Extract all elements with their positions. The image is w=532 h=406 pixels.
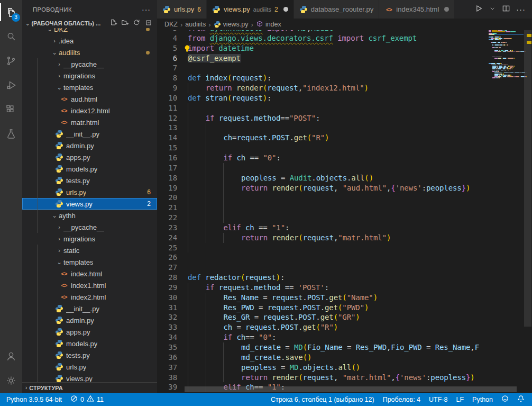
tree-item-index.html[interactable]: <>index.html bbox=[22, 268, 157, 279]
new-file-icon bbox=[109, 19, 118, 27]
cursor-position-status[interactable]: Строка 6, столбец 1 (выбрано 12) bbox=[267, 393, 379, 406]
activity-bar-item-search[interactable] bbox=[0, 24, 22, 49]
outline-section-header[interactable]: › СТРУКТУРА bbox=[22, 382, 157, 393]
collapse-all-button[interactable] bbox=[144, 19, 153, 28]
code-token: 'news' bbox=[400, 373, 426, 382]
activity-bar-item-extensions[interactable] bbox=[0, 97, 22, 122]
vertical-scrollbar-slider[interactable] bbox=[524, 30, 531, 327]
minimap-space bbox=[489, 77, 492, 78]
new-file-button[interactable] bbox=[109, 19, 118, 28]
activity-bar-item-settings[interactable] bbox=[0, 368, 22, 393]
minimap-token bbox=[502, 42, 506, 43]
indent-guide bbox=[188, 213, 206, 223]
tab-urls.py[interactable]: urls.py6 bbox=[157, 0, 207, 19]
code-token: . bbox=[316, 313, 320, 321]
editor-more-actions-button[interactable]: ··· bbox=[516, 5, 526, 14]
tree-item-matr.html[interactable]: <>matr.html bbox=[22, 116, 157, 128]
language-mode-status[interactable]: Python bbox=[468, 393, 497, 406]
tree-item-static[interactable]: ›static bbox=[22, 245, 157, 256]
tree-item-apps.py[interactable]: apps.py bbox=[22, 326, 157, 338]
tree-item-models.py[interactable]: models.py bbox=[22, 338, 157, 349]
code-token: ) bbox=[263, 74, 267, 82]
run-dropdown-chevron-icon[interactable] bbox=[489, 5, 496, 14]
code-token: "POST" bbox=[289, 114, 316, 122]
run-python-file-button[interactable] bbox=[474, 4, 483, 15]
split-editor-button[interactable] bbox=[501, 4, 511, 15]
python-icon bbox=[55, 153, 63, 161]
minimap-token bbox=[499, 50, 500, 51]
code-token: : bbox=[276, 154, 280, 162]
lightbulb-icon[interactable] bbox=[184, 44, 191, 52]
tree-item-__init__.py[interactable]: __init__.py bbox=[22, 128, 157, 140]
tree-item-models.py[interactable]: models.py bbox=[22, 163, 157, 175]
activity-bar-item-explorer[interactable]: 3 bbox=[0, 0, 22, 24]
tree-item-migrations[interactable]: ›migrations bbox=[22, 233, 157, 245]
tree-item-aythh[interactable]: ⌄aythh bbox=[22, 210, 157, 221]
tree-item-aud.html[interactable]: <>aud.html bbox=[22, 93, 157, 105]
code-token: get bbox=[329, 293, 342, 302]
python-interpreter-status-item[interactable]: Python 3.9.5 64-bit bbox=[2, 393, 66, 406]
minimap-token bbox=[510, 67, 512, 68]
new-folder-button[interactable] bbox=[121, 19, 130, 28]
notifications-bell-button[interactable] bbox=[513, 393, 529, 406]
dirty-indicator-dot[interactable] bbox=[444, 7, 449, 12]
minimap-token bbox=[500, 44, 502, 46]
breadcrumb-item-views.py[interactable]: views.py bbox=[214, 21, 249, 28]
code-token: ) bbox=[387, 233, 391, 242]
line-number: 34 bbox=[157, 332, 177, 342]
line-number: 12 bbox=[157, 113, 177, 123]
tree-item-views.py[interactable]: views.py2 bbox=[22, 198, 157, 210]
tree-item-urls.py[interactable]: urls.py bbox=[22, 361, 157, 373]
tree-item-apps.py[interactable]: apps.py bbox=[22, 151, 157, 163]
status-text: Python bbox=[472, 396, 493, 403]
tree-item-index12.html[interactable]: <>index12.html bbox=[22, 105, 157, 116]
refresh-button[interactable] bbox=[133, 19, 141, 28]
minimap-space bbox=[489, 41, 491, 42]
dirty-indicator-dot[interactable] bbox=[283, 7, 288, 12]
code-editor[interactable]: 3from aythh.models import MD,Audit4from … bbox=[157, 30, 532, 393]
tree-item-admin.py[interactable]: admin.py bbox=[22, 140, 157, 151]
tree-item-tests.py[interactable]: tests.py bbox=[22, 349, 157, 361]
tree-item-index2.html[interactable]: <>index2.html bbox=[22, 291, 157, 303]
minimap-space bbox=[489, 49, 494, 50]
code-line-33: 33ch = request.POST.get("R") bbox=[157, 322, 489, 332]
tree-item-admin.py[interactable]: admin.py bbox=[22, 314, 157, 326]
breadcrumb-item-DKZ[interactable]: DKZ bbox=[164, 21, 178, 28]
activity-bar-item-account[interactable] bbox=[0, 344, 22, 368]
explorer-more-actions-icon[interactable]: ··· bbox=[142, 5, 151, 14]
tree-item-.idea[interactable]: ›.idea bbox=[22, 35, 157, 47]
tree-item-migrations[interactable]: ›migrations bbox=[22, 70, 157, 82]
tab-views.py[interactable]: views.pyaudiiits2 bbox=[207, 0, 294, 19]
breadcrumb-item-index[interactable]: index bbox=[256, 20, 281, 29]
activity-bar-item-source-control[interactable] bbox=[0, 49, 22, 73]
overview-ruler-warning-mark bbox=[527, 41, 531, 44]
tree-item-__init__.py[interactable]: __init__.py bbox=[22, 303, 157, 314]
tree-item-__pycache__[interactable]: ›__pycache__ bbox=[22, 221, 157, 233]
vertical-scrollbar[interactable] bbox=[524, 30, 532, 393]
breadcrumb-item-audiiits[interactable]: audiiits bbox=[185, 21, 206, 28]
workspace-section-header[interactable]: ⌄ (РАБОЧАЯ ОБЛАСТЬ) ... bbox=[22, 19, 157, 28]
tree-item-index1.html[interactable]: <>index1.html bbox=[22, 279, 157, 291]
activity-bar-item-run-debug[interactable] bbox=[0, 73, 22, 97]
indent-guide bbox=[188, 173, 206, 183]
problems-status-item[interactable]: 011 bbox=[66, 393, 108, 406]
tab-index345.html[interactable]: <>index345.html bbox=[379, 0, 455, 19]
encoding-status[interactable]: UTF-8 bbox=[425, 393, 452, 406]
indentation-status[interactable]: Пробелов: 4 bbox=[379, 393, 425, 406]
tree-item-views.py[interactable]: views.py bbox=[22, 373, 157, 383]
minimap-token bbox=[507, 51, 508, 52]
indent-guide bbox=[206, 163, 224, 173]
eol-status[interactable]: LF bbox=[452, 393, 468, 406]
tree-item-tests.py[interactable]: tests.py bbox=[22, 175, 157, 186]
breadcrumb-label: views.py bbox=[223, 21, 249, 28]
tree-item-__pycache__[interactable]: ›__pycache__ bbox=[22, 58, 157, 70]
minimap[interactable] bbox=[489, 30, 524, 393]
tab-database_roouter.py[interactable]: database_roouter.py bbox=[294, 0, 380, 19]
horizontal-scrollbar[interactable] bbox=[185, 386, 517, 392]
tree-item-urls.py[interactable]: urls.py6 bbox=[22, 186, 157, 198]
tree-item-audiiits[interactable]: ⌄audiiits bbox=[22, 47, 157, 58]
tree-item-templates[interactable]: ⌄templates bbox=[22, 82, 157, 93]
feedback-button[interactable] bbox=[497, 393, 513, 406]
tree-item-templates[interactable]: ⌄templates bbox=[22, 256, 157, 268]
activity-bar-item-testing[interactable] bbox=[0, 122, 22, 146]
